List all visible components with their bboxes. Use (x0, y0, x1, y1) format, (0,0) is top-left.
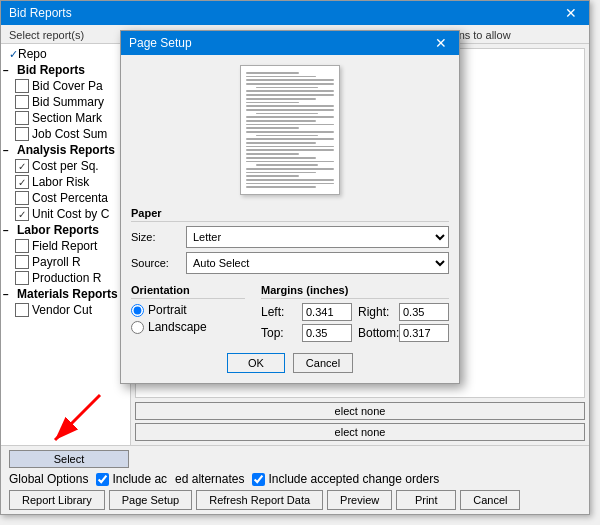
page-setup-cancel-button[interactable]: Cancel (293, 353, 353, 373)
preview-line (246, 109, 334, 111)
margin-right-input[interactable] (399, 303, 449, 321)
tree-item-job-cost[interactable]: Job Cost Sum (1, 126, 130, 142)
checkbox-include-co[interactable] (252, 473, 265, 486)
preview-line (246, 142, 316, 144)
unit-cost-label: Unit Cost by C (32, 207, 109, 221)
portrait-radio[interactable] (131, 304, 144, 317)
main-close-button[interactable]: ✕ (561, 6, 581, 20)
main-dialog-title: Bid Reports (9, 6, 72, 20)
tree-item-payroll[interactable]: Payroll R (1, 254, 130, 270)
portrait-option[interactable]: Portrait (131, 303, 245, 317)
materials-reports-label: Materials Reports (17, 287, 118, 301)
tree-item-unit-cost[interactable]: ✓ Unit Cost by C (1, 206, 130, 222)
checkbox-job-cost[interactable] (15, 127, 29, 141)
bid-reports-label: Bid Reports (17, 63, 85, 77)
tree-item-cost-percent[interactable]: Cost Percenta (1, 190, 130, 206)
opt2-label: ed alternates (175, 472, 244, 486)
margin-bottom-input[interactable] (399, 324, 449, 342)
tree-item-production[interactable]: Production R (1, 270, 130, 286)
preview-line (246, 146, 334, 148)
tree-item-bid-summary[interactable]: Bid Summary (1, 94, 130, 110)
tree-item-labor-risk[interactable]: ✓ Labor Risk (1, 174, 130, 190)
checkbox-cost-per-sq[interactable]: ✓ (15, 159, 29, 173)
preview-line (256, 113, 318, 115)
tree-item-bid-cover[interactable]: Bid Cover Pa (1, 78, 130, 94)
preview-line (256, 164, 318, 166)
landscape-option[interactable]: Landscape (131, 320, 245, 334)
field-report-label: Field Report (32, 239, 97, 253)
orientation-title: Orientation (131, 284, 245, 299)
global-opt-2[interactable]: ed alternates (175, 472, 244, 486)
size-select[interactable]: Letter Legal A4 (186, 226, 449, 248)
main-title-bar: Bid Reports ✕ (1, 1, 589, 25)
page-setup-ok-button[interactable]: OK (227, 353, 285, 373)
job-cost-label: Job Cost Sum (32, 127, 107, 141)
checkbox-field-report[interactable] (15, 239, 29, 253)
preview-line (256, 135, 318, 137)
source-select[interactable]: Auto Select (186, 252, 449, 274)
landscape-radio[interactable] (131, 321, 144, 334)
select-none-button-1[interactable]: elect none (135, 402, 585, 420)
tree-item-section-mark[interactable]: Section Mark (1, 110, 130, 126)
global-opt-1[interactable]: Include ac (96, 472, 167, 486)
checkbox-section-mark[interactable] (15, 111, 29, 125)
checkbox-production[interactable] (15, 271, 29, 285)
preview-line (246, 172, 316, 174)
preview-line (246, 186, 316, 188)
checkbox-unit-cost[interactable]: ✓ (15, 207, 29, 221)
tree-item-cost-per-sq[interactable]: ✓ Cost per Sq. (1, 158, 130, 174)
page-setup-button[interactable]: Page Setup (109, 490, 193, 510)
page-preview (240, 65, 340, 195)
cancel-button[interactable]: Cancel (460, 490, 520, 510)
preview-lines (246, 72, 334, 188)
page-setup-body: Paper Size: Letter Legal A4 Source: Auto… (121, 55, 459, 383)
print-button[interactable]: Print (396, 490, 456, 510)
labor-risk-label: Labor Risk (32, 175, 89, 189)
opt1-label: Include ac (112, 472, 167, 486)
checkbox-bid-summary[interactable] (15, 95, 29, 109)
preview-line (246, 102, 299, 104)
margin-top-input[interactable] (302, 324, 352, 342)
tree-panel: ✓ Repo − Bid Reports Bid Cover Pa Bid Su… (1, 44, 131, 445)
checkbox-payroll[interactable] (15, 255, 29, 269)
tree-group-labor-reports[interactable]: − Labor Reports (1, 222, 130, 238)
size-label: Size: (131, 231, 186, 243)
tree-item-field-report[interactable]: Field Report (1, 238, 130, 254)
margin-left-input[interactable] (302, 303, 352, 321)
checkbox-vendor-cut[interactable] (15, 303, 29, 317)
preview-line (246, 131, 334, 133)
opt3-label: Include accepted change orders (268, 472, 439, 486)
refresh-report-data-button[interactable]: Refresh Report Data (196, 490, 323, 510)
preview-line (246, 83, 334, 85)
preview-line (256, 87, 318, 89)
select-none-button-2[interactable]: elect none (135, 423, 585, 441)
preview-button[interactable]: Preview (327, 490, 392, 510)
page-setup-close-button[interactable]: ✕ (431, 35, 451, 51)
bid-summary-label: Bid Summary (32, 95, 104, 109)
checkbox-include-ac[interactable] (96, 473, 109, 486)
paper-section: Paper Size: Letter Legal A4 Source: Auto… (131, 207, 449, 274)
checkbox-cost-percent[interactable] (15, 191, 29, 205)
orientation-group: Orientation Portrait Landscape (131, 284, 245, 337)
preview-line (246, 127, 299, 129)
preview-line (246, 183, 334, 185)
tree-group-bid-reports[interactable]: − Bid Reports (1, 62, 130, 78)
expand-icon-materials: − (3, 289, 15, 300)
tree-group-analysis-reports[interactable]: − Analysis Reports (1, 142, 130, 158)
portrait-label: Portrait (148, 303, 187, 317)
margins-title: Margins (inches) (261, 284, 449, 299)
page-setup-footer: OK Cancel (131, 353, 449, 373)
preview-line (246, 168, 334, 170)
global-opt-3[interactable]: Include accepted change orders (252, 472, 439, 486)
tree-item-vendor-cut[interactable]: Vendor Cut (1, 302, 130, 318)
paper-section-title: Paper (131, 207, 449, 222)
checkbox-bid-cover[interactable] (15, 79, 29, 93)
checkbox-labor-risk[interactable]: ✓ (15, 175, 29, 189)
margin-right-label: Right: (358, 305, 393, 319)
preview-line (246, 90, 334, 92)
preview-line (246, 175, 299, 177)
report-library-button[interactable]: Report Library (9, 490, 105, 510)
select-button[interactable]: Select (9, 450, 129, 468)
tree-checked-report[interactable]: ✓ Repo (1, 46, 130, 62)
tree-group-materials-reports[interactable]: − Materials Reports (1, 286, 130, 302)
